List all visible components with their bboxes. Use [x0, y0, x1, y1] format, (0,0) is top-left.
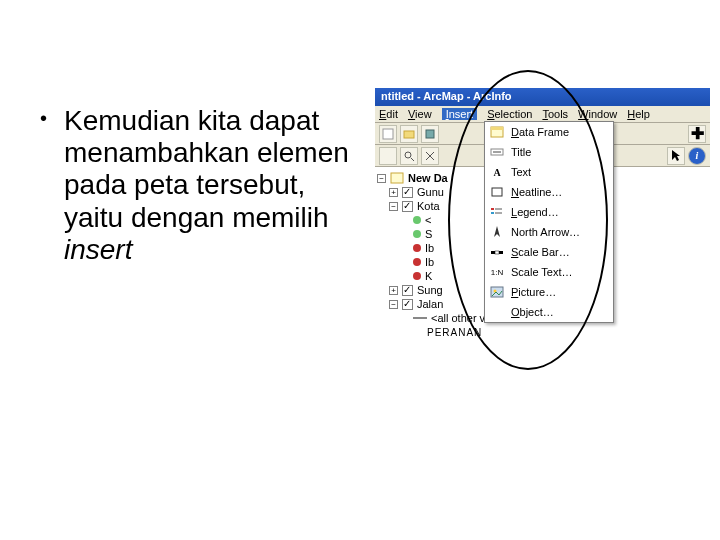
svg-rect-11 — [495, 251, 499, 254]
identify-button[interactable]: i — [688, 147, 706, 165]
menuitem-scale-text[interactable]: 1:N Scale Text… — [485, 262, 613, 282]
toolbar-button[interactable] — [400, 147, 418, 165]
menu-window[interactable]: Window — [578, 108, 617, 120]
window-titlebar: ntitled - ArcMap - ArcInfo — [375, 88, 710, 106]
expand-icon[interactable]: − — [389, 300, 398, 309]
menu-bar: Edit View Insert Selection Tools Window … — [375, 106, 710, 123]
menuitem-object[interactable]: Object… — [485, 302, 613, 322]
text-icon: A — [489, 164, 505, 180]
svg-line-19 — [411, 158, 414, 161]
menuitem-title[interactable]: Title — [485, 142, 613, 162]
neatline-icon — [489, 184, 505, 200]
title-icon — [489, 144, 505, 160]
menu-tools[interactable]: Tools — [542, 108, 568, 120]
menuitem-neatline[interactable]: Neatline… — [485, 182, 613, 202]
svg-rect-5 — [491, 208, 494, 210]
svg-rect-23 — [391, 173, 403, 183]
menu-view[interactable]: View — [408, 108, 432, 120]
layer-checkbox[interactable] — [402, 187, 413, 198]
svg-rect-12 — [499, 251, 503, 254]
scale-text-icon: 1:N — [489, 264, 505, 280]
menu-selection[interactable]: Selection — [487, 108, 532, 120]
svg-rect-17 — [426, 130, 434, 138]
bullet-text-em: insert — [64, 234, 132, 265]
insert-dropdown: Data Frame Title A Text Neatline… — [484, 121, 614, 323]
pointer-button[interactable] — [667, 147, 685, 165]
object-icon — [489, 304, 505, 320]
svg-rect-4 — [492, 188, 502, 196]
toolbar-button[interactable] — [400, 125, 418, 143]
bullet-text: Kemudian kita dapat menambahkan elemen p… — [64, 105, 349, 233]
svg-rect-10 — [491, 251, 495, 254]
menuitem-north-arrow[interactable]: North Arrow… — [485, 222, 613, 242]
svg-rect-6 — [491, 212, 494, 214]
svg-point-18 — [405, 152, 411, 158]
expand-icon[interactable]: − — [377, 174, 386, 183]
svg-marker-9 — [494, 226, 500, 237]
bullet-paragraph: • Kemudian kita dapat menambahkan elemen… — [40, 105, 350, 266]
menu-help[interactable]: Help — [627, 108, 650, 120]
menu-insert[interactable]: Insert — [442, 108, 478, 120]
toolbar-button[interactable] — [421, 147, 439, 165]
window-title: ntitled - ArcMap - ArcInfo — [381, 90, 512, 102]
expand-icon[interactable]: + — [389, 188, 398, 197]
layer-checkbox[interactable] — [402, 285, 413, 296]
menuitem-scale-bar[interactable]: Scale Bar… — [485, 242, 613, 262]
toolbar-button[interactable] — [379, 147, 397, 165]
arcmap-screenshot: ntitled - ArcMap - ArcInfo Edit View Ins… — [375, 88, 710, 342]
svg-rect-16 — [404, 131, 414, 138]
menu-edit[interactable]: Edit — [379, 108, 398, 120]
expand-icon[interactable]: − — [389, 202, 398, 211]
svg-rect-1 — [491, 127, 503, 130]
toolbar-button[interactable] — [379, 125, 397, 143]
svg-rect-15 — [383, 129, 393, 139]
menuitem-picture[interactable]: Picture… — [485, 282, 613, 302]
picture-icon — [489, 284, 505, 300]
legend-icon — [489, 204, 505, 220]
data-frame-icon — [489, 124, 505, 140]
layer-checkbox[interactable] — [402, 299, 413, 310]
toc-footer: PERANAN — [377, 327, 708, 338]
toolbar-button[interactable] — [421, 125, 439, 143]
add-data-button[interactable]: ✚ — [688, 125, 706, 143]
menuitem-data-frame[interactable]: Data Frame — [485, 122, 613, 142]
menuitem-text[interactable]: A Text — [485, 162, 613, 182]
expand-icon[interactable]: + — [389, 286, 398, 295]
bullet-dot: • — [40, 107, 47, 130]
north-arrow-icon — [489, 224, 505, 240]
menuitem-legend[interactable]: Legend… — [485, 202, 613, 222]
svg-marker-22 — [672, 150, 680, 161]
layer-checkbox[interactable] — [402, 201, 413, 212]
scale-bar-icon — [489, 244, 505, 260]
